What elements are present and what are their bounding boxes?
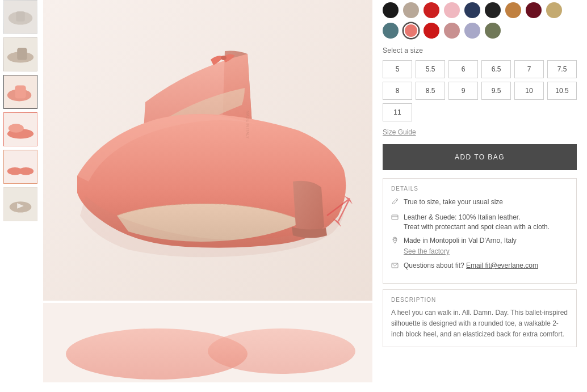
svg-point-28 bbox=[208, 328, 355, 374]
description-title: DESCRIPTION bbox=[391, 297, 568, 303]
size-6-5[interactable]: 6.5 bbox=[481, 60, 511, 78]
color-swatches-container bbox=[383, 2, 577, 39]
svg-point-31 bbox=[394, 238, 396, 241]
size-9-5[interactable]: 9.5 bbox=[481, 82, 511, 100]
size-11[interactable]: 11 bbox=[383, 103, 412, 121]
size-7-5[interactable]: 7.5 bbox=[547, 60, 577, 78]
size-10-5[interactable]: 10.5 bbox=[547, 82, 577, 100]
thumbnail-4[interactable] bbox=[3, 112, 37, 146]
swatch-black-2[interactable] bbox=[485, 2, 501, 18]
detail-location-container: Made in Montopoli in Val D'Arno, Italy S… bbox=[404, 236, 517, 256]
swatch-olive[interactable] bbox=[485, 23, 501, 39]
swatch-lavender[interactable] bbox=[464, 23, 480, 39]
thumbnail-2[interactable] bbox=[3, 37, 37, 71]
detail-row-material: Leather & Suede: 100% Italian leather.Tr… bbox=[391, 213, 568, 232]
main-product-image: MADE IN ITALY bbox=[43, 0, 372, 301]
thumbnail-3[interactable] bbox=[3, 75, 37, 109]
swatch-tan[interactable] bbox=[403, 2, 419, 18]
swatch-red-dark[interactable] bbox=[424, 2, 439, 18]
pencil-icon bbox=[391, 198, 399, 208]
details-section: DETAILS True to size, take your usual si… bbox=[383, 178, 577, 284]
svg-point-11 bbox=[9, 124, 24, 132]
thumbnail-strip bbox=[0, 0, 43, 392]
main-image-area: MADE IN ITALY bbox=[43, 0, 372, 392]
svg-text:MADE IN ITALY: MADE IN ITALY bbox=[246, 111, 250, 139]
detail-row-location: Made in Montopoli in Val D'Arno, Italy S… bbox=[391, 236, 568, 256]
size-grid: 5 5.5 6 6.5 7 7.5 8 8.5 9 9.5 10 10.5 11 bbox=[383, 60, 577, 121]
description-text: A heel you can walk in. All. Damn. Day. … bbox=[391, 307, 568, 340]
detail-material-text: Leather & Suede: 100% Italian leather.Tr… bbox=[404, 213, 550, 232]
swatch-caramel[interactable] bbox=[505, 2, 521, 18]
select-size-label: Select a size bbox=[383, 47, 577, 54]
svg-point-20 bbox=[221, 56, 227, 60]
size-guide-link[interactable]: Size Guide bbox=[383, 128, 577, 136]
description-section: DESCRIPTION A heel you can walk in. All.… bbox=[383, 289, 577, 348]
size-5[interactable]: 5 bbox=[383, 60, 412, 78]
swatch-red[interactable] bbox=[424, 23, 439, 39]
swatch-pink-light[interactable] bbox=[444, 2, 460, 18]
detail-email-text: Questions about fit? Email fit@everlane.… bbox=[404, 261, 538, 271]
swatch-gold[interactable] bbox=[546, 2, 562, 18]
swatch-coral[interactable] bbox=[403, 23, 419, 39]
size-8[interactable]: 8 bbox=[383, 82, 412, 100]
size-5-5[interactable]: 5.5 bbox=[416, 60, 445, 78]
detail-size-text: True to size, take your usual size bbox=[404, 197, 503, 207]
svg-point-14 bbox=[18, 167, 33, 175]
thumbnail-5[interactable] bbox=[3, 150, 37, 184]
size-6[interactable]: 6 bbox=[448, 60, 478, 78]
detail-location-text: Made in Montopoli in Val D'Arno, Italy bbox=[404, 237, 517, 245]
size-8-5[interactable]: 8.5 bbox=[416, 82, 445, 100]
size-7[interactable]: 7 bbox=[514, 60, 544, 78]
add-to-bag-button[interactable]: ADD TO BAG bbox=[383, 144, 577, 170]
see-factory-link[interactable]: See the factory bbox=[404, 247, 517, 256]
swatch-black[interactable] bbox=[383, 2, 399, 18]
svg-rect-8 bbox=[15, 85, 26, 98]
details-title: DETAILS bbox=[391, 186, 568, 192]
email-icon bbox=[391, 262, 399, 272]
svg-rect-12 bbox=[4, 150, 37, 183]
svg-rect-2 bbox=[16, 11, 24, 21]
location-icon bbox=[391, 237, 399, 247]
swatch-burgundy[interactable] bbox=[526, 2, 542, 18]
swatch-teal[interactable] bbox=[383, 23, 399, 39]
svg-rect-5 bbox=[17, 48, 27, 60]
thumbnail-1[interactable] bbox=[3, 0, 37, 34]
email-fit-link[interactable]: Email fit@everlane.com bbox=[466, 262, 538, 269]
tag-icon bbox=[391, 213, 399, 224]
product-detail-panel: Select a size 5 5.5 6 6.5 7 7.5 8 8.5 9 … bbox=[372, 0, 587, 392]
secondary-product-image bbox=[43, 303, 372, 382]
detail-row-size: True to size, take your usual size bbox=[391, 197, 568, 208]
shoe-svg: MADE IN ITALY bbox=[43, 0, 372, 301]
size-9[interactable]: 9 bbox=[448, 82, 478, 100]
detail-row-email: Questions about fit? Email fit@everlane.… bbox=[391, 261, 568, 272]
thumbnail-6-video[interactable] bbox=[3, 187, 37, 221]
swatch-navy[interactable] bbox=[464, 2, 480, 18]
svg-rect-29 bbox=[392, 215, 398, 220]
size-10[interactable]: 10 bbox=[514, 82, 544, 100]
swatch-dusty-rose[interactable] bbox=[444, 23, 460, 39]
